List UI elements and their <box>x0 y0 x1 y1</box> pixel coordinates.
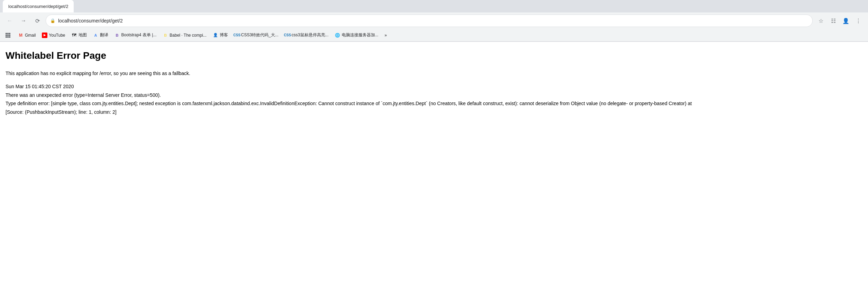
url-text: localhost/consumer/dept/get/2 <box>58 18 123 24</box>
tab-search-button[interactable]: ☷ <box>828 15 839 26</box>
bookmark-bootstrap-label: Bootstrap4 表单 |... <box>121 32 157 38</box>
menu-button[interactable]: ⋮ <box>853 15 864 26</box>
translate-icon: A <box>93 33 99 38</box>
babel-icon: B <box>163 33 168 38</box>
bookmark-translate-label: 翻译 <box>100 32 108 38</box>
back-button[interactable]: ← <box>4 15 15 26</box>
lock-icon: 🔒 <box>50 18 55 23</box>
error-line1: There was an unexpected error (type=Inte… <box>6 91 862 99</box>
blog-icon: 👤 <box>213 33 218 38</box>
forward-button[interactable]: → <box>18 15 29 26</box>
apps-icon <box>6 33 10 38</box>
nav-right-buttons: ☆ ☷ 👤 ⋮ <box>815 15 864 26</box>
youtube-icon: ▶ <box>42 33 47 38</box>
bookmark-blog-label: 博客 <box>220 32 228 38</box>
reload-button[interactable]: ⟳ <box>32 15 43 26</box>
bookmark-maps-label: 地图 <box>79 32 87 38</box>
tab-title: localhost/consumer/dept/get/2 <box>8 4 68 9</box>
bookmark-css3[interactable]: CSS CSS3特效代码_大... <box>231 31 281 39</box>
gmail-icon: M <box>18 33 24 38</box>
address-bar[interactable]: 🔒 localhost/consumer/dept/get/2 <box>46 15 813 27</box>
tab-bar: localhost/consumer/dept/get/2 <box>0 0 868 12</box>
error-line2: Type definition error: [simple type, cla… <box>6 100 862 107</box>
bookmark-youtube-label: YouTube <box>49 33 65 38</box>
nav-bar: ← → ⟳ 🔒 localhost/consumer/dept/get/2 ☆ … <box>0 12 868 29</box>
css3-icon: CSS <box>234 33 240 38</box>
css3mouse-icon: CSS <box>285 33 290 38</box>
bootstrap-icon: B <box>115 33 120 38</box>
bookmark-babel-label: Babel · The compi... <box>170 33 207 38</box>
bookmark-blog[interactable]: 👤 博客 <box>210 31 231 39</box>
account-button[interactable]: 👤 <box>840 15 851 26</box>
bookmark-bootstrap[interactable]: B Bootstrap4 表单 |... <box>112 31 159 39</box>
bookmark-css3-label: CSS3特效代码_大... <box>241 32 278 38</box>
bookmark-translate[interactable]: A 翻译 <box>90 31 111 39</box>
error-description: This application has no explicit mapping… <box>6 70 862 77</box>
bookmarks-bar: M Gmail ▶ YouTube 🗺 地图 A 翻译 B Bootstrap4… <box>0 29 868 42</box>
bookmark-button[interactable]: ☆ <box>815 15 826 26</box>
bookmark-computer-label: 电脑连接服务器加... <box>342 32 378 38</box>
bookmark-babel[interactable]: B Babel · The compi... <box>160 31 209 39</box>
browser-chrome: localhost/consumer/dept/get/2 ← → ⟳ 🔒 lo… <box>0 0 868 42</box>
page-title: Whitelabel Error Page <box>6 50 862 61</box>
maps-icon: 🗺 <box>72 33 77 38</box>
bookmark-gmail-label: Gmail <box>25 33 36 38</box>
error-timestamp: Sun Mar 15 01:45:20 CST 2020 <box>6 83 862 90</box>
bookmark-css3mouse[interactable]: CSS css3鼠标悬停高亮... <box>282 31 331 39</box>
error-line3: [Source: (PushbackInputStream); line: 1,… <box>6 108 862 116</box>
bookmark-maps[interactable]: 🗺 地图 <box>69 31 90 39</box>
bookmark-apps[interactable] <box>3 31 15 39</box>
bookmark-more[interactable]: » <box>382 31 390 39</box>
active-tab[interactable]: localhost/consumer/dept/get/2 <box>3 0 74 12</box>
computer-icon: 🌐 <box>335 33 340 38</box>
bookmark-gmail[interactable]: M Gmail <box>15 31 38 39</box>
bookmark-youtube[interactable]: ▶ YouTube <box>39 31 68 39</box>
bookmark-css3mouse-label: css3鼠标悬停高亮... <box>292 32 329 38</box>
bookmark-computer[interactable]: 🌐 电脑连接服务器加... <box>332 31 381 39</box>
bookmark-more-label: » <box>385 33 387 38</box>
page-content: Whitelabel Error Page This application h… <box>0 42 868 125</box>
error-detail-block: Sun Mar 15 01:45:20 CST 2020 There was a… <box>6 83 862 116</box>
